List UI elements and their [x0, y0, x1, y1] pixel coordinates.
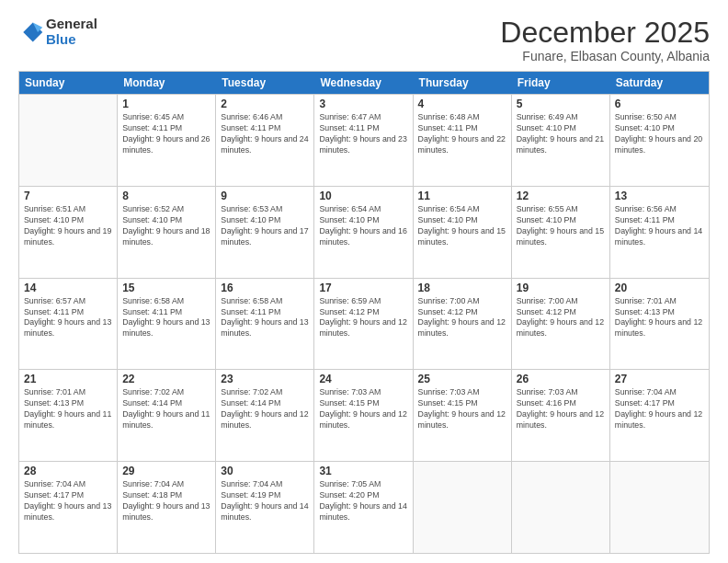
cal-cell-2-5: 19Sunrise: 7:00 AM Sunset: 4:12 PM Dayli… [512, 279, 610, 370]
day-number: 5 [517, 98, 605, 110]
day-number: 30 [221, 465, 309, 477]
cal-cell-0-6: 6Sunrise: 6:50 AM Sunset: 4:10 PM Daylig… [610, 95, 709, 186]
cal-cell-2-3: 17Sunrise: 6:59 AM Sunset: 4:12 PM Dayli… [314, 279, 413, 370]
cal-cell-1-5: 12Sunrise: 6:55 AM Sunset: 4:10 PM Dayli… [512, 187, 610, 278]
day-number: 25 [418, 373, 506, 385]
cal-cell-3-5: 26Sunrise: 7:03 AM Sunset: 4:16 PM Dayli… [512, 370, 610, 461]
day-number: 3 [319, 98, 407, 110]
cal-cell-0-2: 2Sunrise: 6:46 AM Sunset: 4:11 PM Daylig… [216, 95, 314, 186]
cal-cell-3-0: 21Sunrise: 7:01 AM Sunset: 4:13 PM Dayli… [19, 370, 118, 461]
day-info: Sunrise: 7:00 AM Sunset: 4:12 PM Dayligh… [418, 296, 506, 340]
cal-cell-2-0: 14Sunrise: 6:57 AM Sunset: 4:11 PM Dayli… [19, 279, 118, 370]
day-number: 11 [418, 190, 506, 202]
header: General Blue December 2025 Funare, Elbas… [18, 17, 710, 63]
day-number: 27 [615, 373, 704, 385]
cal-cell-0-5: 5Sunrise: 6:49 AM Sunset: 4:10 PM Daylig… [512, 95, 610, 186]
cal-cell-2-1: 15Sunrise: 6:58 AM Sunset: 4:11 PM Dayli… [118, 279, 216, 370]
week-row-4: 21Sunrise: 7:01 AM Sunset: 4:13 PM Dayli… [19, 369, 709, 461]
logo-text: General Blue [46, 17, 97, 47]
header-monday: Monday [118, 72, 216, 94]
day-number: 29 [122, 465, 210, 477]
header-wednesday: Wednesday [314, 72, 413, 94]
day-number: 28 [24, 465, 112, 477]
day-info: Sunrise: 6:56 AM Sunset: 4:11 PM Dayligh… [615, 204, 704, 248]
cal-cell-0-3: 3Sunrise: 6:47 AM Sunset: 4:11 PM Daylig… [314, 95, 413, 186]
cal-cell-1-2: 9Sunrise: 6:53 AM Sunset: 4:10 PM Daylig… [216, 187, 314, 278]
day-info: Sunrise: 6:51 AM Sunset: 4:10 PM Dayligh… [24, 204, 112, 248]
title-block: December 2025 Funare, Elbasan County, Al… [500, 17, 710, 63]
day-info: Sunrise: 6:52 AM Sunset: 4:10 PM Dayligh… [122, 204, 210, 248]
cal-cell-0-4: 4Sunrise: 6:48 AM Sunset: 4:11 PM Daylig… [414, 95, 512, 186]
day-number: 12 [517, 190, 605, 202]
week-row-5: 28Sunrise: 7:04 AM Sunset: 4:17 PM Dayli… [19, 461, 709, 553]
logo-general-label: General [46, 17, 97, 32]
day-number: 18 [418, 282, 506, 294]
day-info: Sunrise: 7:05 AM Sunset: 4:20 PM Dayligh… [319, 479, 407, 523]
day-number: 4 [418, 98, 506, 110]
day-info: Sunrise: 6:47 AM Sunset: 4:11 PM Dayligh… [319, 112, 407, 156]
header-thursday: Thursday [414, 72, 512, 94]
day-number: 31 [319, 465, 407, 477]
header-friday: Friday [512, 72, 610, 94]
day-info: Sunrise: 6:46 AM Sunset: 4:11 PM Dayligh… [221, 112, 309, 156]
day-info: Sunrise: 7:02 AM Sunset: 4:14 PM Dayligh… [122, 387, 210, 431]
calendar-header: Sunday Monday Tuesday Wednesday Thursday… [19, 72, 709, 94]
subtitle: Funare, Elbasan County, Albania [500, 49, 710, 63]
cal-cell-0-1: 1Sunrise: 6:45 AM Sunset: 4:11 PM Daylig… [118, 95, 216, 186]
cal-cell-3-1: 22Sunrise: 7:02 AM Sunset: 4:14 PM Dayli… [118, 370, 216, 461]
day-number: 14 [24, 282, 112, 294]
cal-cell-4-6 [610, 462, 709, 553]
cal-cell-3-6: 27Sunrise: 7:04 AM Sunset: 4:17 PM Dayli… [610, 370, 709, 461]
cal-cell-1-0: 7Sunrise: 6:51 AM Sunset: 4:10 PM Daylig… [19, 187, 118, 278]
day-info: Sunrise: 7:03 AM Sunset: 4:15 PM Dayligh… [418, 387, 506, 431]
calendar: Sunday Monday Tuesday Wednesday Thursday… [18, 71, 710, 554]
cal-cell-4-1: 29Sunrise: 7:04 AM Sunset: 4:18 PM Dayli… [118, 462, 216, 553]
day-info: Sunrise: 6:55 AM Sunset: 4:10 PM Dayligh… [517, 204, 605, 248]
header-tuesday: Tuesday [216, 72, 314, 94]
week-row-1: 1Sunrise: 6:45 AM Sunset: 4:11 PM Daylig… [19, 94, 709, 186]
cal-cell-4-5 [512, 462, 610, 553]
day-info: Sunrise: 6:48 AM Sunset: 4:11 PM Dayligh… [418, 112, 506, 156]
day-number: 1 [122, 98, 210, 110]
day-number: 23 [221, 373, 309, 385]
week-row-2: 7Sunrise: 6:51 AM Sunset: 4:10 PM Daylig… [19, 186, 709, 278]
day-info: Sunrise: 6:54 AM Sunset: 4:10 PM Dayligh… [319, 204, 407, 248]
cal-cell-1-3: 10Sunrise: 6:54 AM Sunset: 4:10 PM Dayli… [314, 187, 413, 278]
cal-cell-0-0 [19, 95, 118, 186]
day-info: Sunrise: 7:02 AM Sunset: 4:14 PM Dayligh… [221, 387, 309, 431]
month-title: December 2025 [500, 17, 710, 49]
day-number: 7 [24, 190, 112, 202]
cal-cell-1-1: 8Sunrise: 6:52 AM Sunset: 4:10 PM Daylig… [118, 187, 216, 278]
day-info: Sunrise: 7:01 AM Sunset: 4:13 PM Dayligh… [24, 387, 112, 431]
day-info: Sunrise: 7:01 AM Sunset: 4:13 PM Dayligh… [615, 296, 704, 340]
day-info: Sunrise: 7:00 AM Sunset: 4:12 PM Dayligh… [517, 296, 605, 340]
day-number: 24 [319, 373, 407, 385]
day-number: 22 [122, 373, 210, 385]
cal-cell-4-4 [414, 462, 512, 553]
logo: General Blue [18, 17, 97, 47]
day-number: 2 [221, 98, 309, 110]
day-number: 13 [615, 190, 704, 202]
day-info: Sunrise: 6:49 AM Sunset: 4:10 PM Dayligh… [517, 112, 605, 156]
cal-cell-2-6: 20Sunrise: 7:01 AM Sunset: 4:13 PM Dayli… [610, 279, 709, 370]
cal-cell-3-2: 23Sunrise: 7:02 AM Sunset: 4:14 PM Dayli… [216, 370, 314, 461]
day-info: Sunrise: 6:50 AM Sunset: 4:10 PM Dayligh… [615, 112, 704, 156]
day-number: 19 [517, 282, 605, 294]
cal-cell-3-3: 24Sunrise: 7:03 AM Sunset: 4:15 PM Dayli… [314, 370, 413, 461]
day-number: 9 [221, 190, 309, 202]
cal-cell-4-2: 30Sunrise: 7:04 AM Sunset: 4:19 PM Dayli… [216, 462, 314, 553]
day-number: 15 [122, 282, 210, 294]
day-info: Sunrise: 6:53 AM Sunset: 4:10 PM Dayligh… [221, 204, 309, 248]
day-number: 17 [319, 282, 407, 294]
day-info: Sunrise: 7:04 AM Sunset: 4:17 PM Dayligh… [615, 387, 704, 431]
cal-cell-3-4: 25Sunrise: 7:03 AM Sunset: 4:15 PM Dayli… [414, 370, 512, 461]
svg-marker-0 [23, 22, 42, 41]
cal-cell-2-2: 16Sunrise: 6:58 AM Sunset: 4:11 PM Dayli… [216, 279, 314, 370]
day-number: 21 [24, 373, 112, 385]
logo-blue-label: Blue [46, 32, 97, 48]
calendar-body: 1Sunrise: 6:45 AM Sunset: 4:11 PM Daylig… [19, 94, 709, 553]
cal-cell-1-4: 11Sunrise: 6:54 AM Sunset: 4:10 PM Dayli… [414, 187, 512, 278]
day-info: Sunrise: 6:59 AM Sunset: 4:12 PM Dayligh… [319, 296, 407, 340]
day-info: Sunrise: 7:03 AM Sunset: 4:16 PM Dayligh… [517, 387, 605, 431]
header-sunday: Sunday [19, 72, 118, 94]
